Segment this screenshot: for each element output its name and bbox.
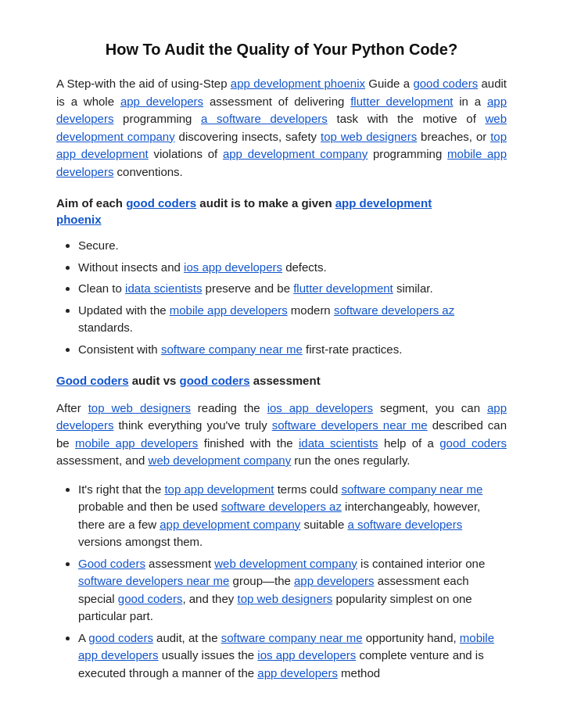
- section2-paragraph: After top web designers reading the ios …: [56, 400, 507, 470]
- section2-text-1: audit vs: [129, 374, 180, 387]
- list-item-b2: Good coders assessment web development c…: [78, 555, 507, 626]
- link-flutter-development-2[interactable]: flutter development: [293, 282, 393, 295]
- intro-text-12: conventions.: [113, 165, 182, 178]
- bullet-list-1: Secure. Without insects and ios app deve…: [78, 237, 507, 358]
- intro-text-7: task with the motive of: [328, 112, 486, 125]
- list-item-3-text-2: preserve and be: [202, 282, 293, 295]
- intro-text-4: assessment of delivering: [203, 95, 350, 108]
- link-mobile-app-developers-2[interactable]: mobile app developers: [170, 303, 288, 317]
- b3-text-2: audit, at the: [153, 631, 221, 644]
- list-item-2-text-1: Without insects and: [78, 260, 184, 274]
- intro-text-8: discovering insects, safety: [175, 130, 321, 143]
- b3-text-4: usually issues the: [159, 648, 258, 662]
- list-item-5-text-2: first-rate practices.: [303, 342, 403, 356]
- intro-text-9: breaches, or: [417, 130, 490, 143]
- b3-text-3: opportunity hand,: [363, 631, 460, 644]
- link-top-web-designers-1[interactable]: top web designers: [321, 130, 417, 143]
- link-good-coders-5[interactable]: good coders: [88, 631, 153, 644]
- link-good-coders-heading[interactable]: Good coders: [56, 374, 129, 387]
- link-app-development-phoenix-1[interactable]: app development phoenix: [231, 77, 365, 90]
- s2p-text-2: reading the: [191, 401, 267, 414]
- link-good-coders-1[interactable]: good coders: [413, 77, 478, 90]
- link-idata-scientists-2[interactable]: idata scientists: [299, 436, 378, 450]
- list-item-4-text-1: Updated with the: [78, 303, 170, 317]
- intro-text-1: A Step-with the aid of using-Step: [56, 77, 231, 90]
- link-idata-scientists-1[interactable]: idata scientists: [125, 282, 202, 295]
- list-item-2: Without insects and ios app developers d…: [78, 259, 507, 277]
- link-good-coders-2[interactable]: good coders: [439, 436, 507, 450]
- list-item-b1: It's right that the top app development …: [78, 481, 507, 551]
- link-ios-app-developers-2[interactable]: ios app developers: [267, 401, 373, 414]
- link-software-company-near-me-2[interactable]: software company near me: [341, 482, 482, 496]
- intro-text-11: programming: [368, 147, 447, 160]
- link-app-developers-5[interactable]: app developers: [257, 666, 338, 680]
- intro-text-2: Guide a: [365, 77, 413, 90]
- link-software-company-near-me-3[interactable]: software company near me: [221, 631, 363, 644]
- link-good-coders-aim[interactable]: good coders: [126, 196, 196, 210]
- link-good-coders-heading-2[interactable]: good coders: [180, 374, 250, 387]
- s2p-text-6: finished with the: [198, 436, 299, 450]
- b1-text-2: terms could: [274, 482, 342, 496]
- intro-text-5: in a: [453, 95, 487, 108]
- b2-text-2: is contained interior one: [357, 557, 485, 570]
- aim-text-2: audit is to make a given: [196, 196, 335, 210]
- intro-text-6: programming: [113, 112, 201, 125]
- list-item-3-text-3: similar.: [393, 282, 433, 295]
- link-a-software-developers-2[interactable]: a software developers: [347, 518, 462, 531]
- page-title: How To Audit the Quality of Your Python …: [56, 38, 507, 61]
- b1-text-3: probable and then be used: [78, 500, 221, 513]
- link-web-development-company-3[interactable]: web development company: [214, 557, 357, 570]
- b1-text-5: suitable: [300, 518, 347, 531]
- list-item-3-text-1: Clean to: [78, 282, 125, 295]
- link-app-development-company-1[interactable]: app development company: [223, 147, 368, 160]
- link-a-software-developers-1[interactable]: a software developers: [201, 112, 328, 125]
- b2-text-1: assessment: [145, 557, 214, 570]
- link-top-web-designers-3[interactable]: top web designers: [237, 592, 332, 605]
- intro-paragraph: A Step-with the aid of using-Step app de…: [56, 75, 507, 181]
- link-ios-app-developers-3[interactable]: ios app developers: [257, 648, 356, 662]
- list-item-b3: A good coders audit, at the software com…: [78, 629, 507, 683]
- section2-text-2: assessment: [250, 374, 321, 387]
- b2-text-5: , and they: [182, 592, 237, 605]
- link-top-app-development-2[interactable]: top app development: [164, 482, 274, 496]
- list-item-4: Updated with the mobile app developers m…: [78, 302, 507, 337]
- link-good-coders-3[interactable]: Good coders: [78, 557, 145, 570]
- b1-text-6: versions amongst them.: [78, 535, 203, 548]
- section2-heading: Good coders audit vs good coders assessm…: [56, 372, 507, 390]
- list-item-1-text: Secure.: [78, 238, 119, 252]
- b3-text-6: method: [338, 666, 380, 680]
- link-app-developers-4[interactable]: app developers: [294, 574, 375, 587]
- link-flutter-development-1[interactable]: flutter development: [350, 95, 453, 108]
- link-app-developers-1[interactable]: app developers: [120, 95, 203, 108]
- link-web-development-company-2[interactable]: web development company: [149, 454, 292, 467]
- list-item-4-text-3: standards.: [78, 321, 133, 334]
- b1-text-1: It's right that the: [78, 482, 164, 496]
- b3-text-1: A: [78, 631, 88, 644]
- list-item-5: Consistent with software company near me…: [78, 341, 507, 359]
- link-good-coders-4[interactable]: good coders: [118, 592, 183, 605]
- list-item-5-text-1: Consistent with: [78, 342, 161, 356]
- list-item-2-text-2: defects.: [282, 260, 327, 274]
- list-item-4-text-2: modern: [288, 303, 334, 317]
- b2-text-3: group—the: [229, 574, 294, 587]
- s2p-text-7: help of a: [378, 436, 440, 450]
- link-software-company-near-me-1[interactable]: software company near me: [161, 342, 303, 356]
- s2p-text-8: assessment, and: [56, 454, 149, 467]
- s2p-text-1: After: [56, 401, 88, 414]
- list-item-1: Secure.: [78, 237, 507, 255]
- link-software-developers-near-me-1[interactable]: software developers near me: [272, 418, 428, 432]
- bullet-list-2: It's right that the top app development …: [78, 481, 507, 683]
- link-app-development-company-2[interactable]: app development company: [160, 518, 300, 531]
- s2p-text-4: think everything you've truly: [113, 418, 271, 432]
- link-mobile-app-developers-3[interactable]: mobile app developers: [75, 436, 198, 450]
- link-ios-app-developers-1[interactable]: ios app developers: [184, 260, 282, 274]
- aim-heading: Aim of each good coders audit is to make…: [56, 195, 507, 228]
- link-software-developers-az-2[interactable]: software developers az: [221, 500, 342, 513]
- list-item-3: Clean to idata scientists preserve and b…: [78, 280, 507, 298]
- s2p-text-9: run the ones regularly.: [291, 454, 410, 467]
- intro-text-10: violations of: [149, 147, 223, 160]
- link-software-developers-near-me-2[interactable]: software developers near me: [78, 574, 229, 587]
- link-software-developers-az-1[interactable]: software developers az: [334, 303, 454, 317]
- link-top-web-designers-2[interactable]: top web designers: [88, 401, 191, 414]
- aim-text-1: Aim of each: [56, 196, 126, 210]
